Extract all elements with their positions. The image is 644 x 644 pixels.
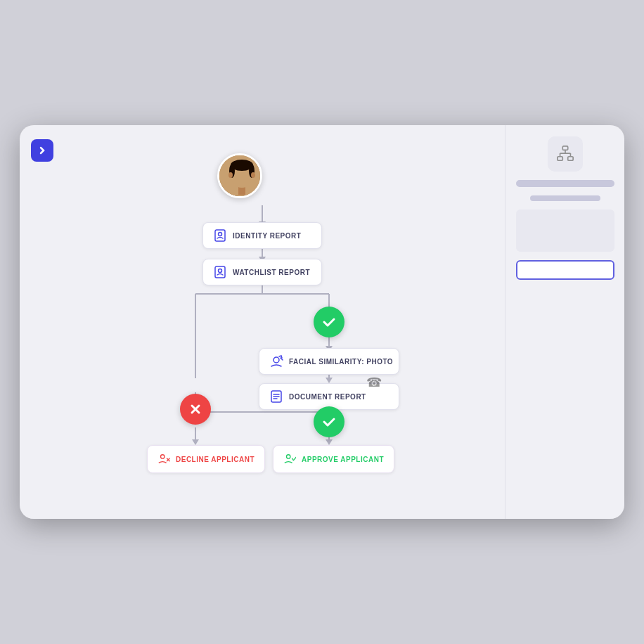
- svg-point-38: [161, 455, 165, 458]
- canvas-area: IDENTITY REPORT WATCHLIST REPORT: [20, 125, 505, 519]
- svg-point-28: [219, 233, 222, 236]
- flow-container: IDENTITY REPORT WATCHLIST REPORT: [20, 125, 505, 519]
- device-frame: IDENTITY REPORT WATCHLIST REPORT: [20, 125, 624, 519]
- svg-point-41: [287, 455, 290, 458]
- svg-point-25: [228, 172, 233, 178]
- svg-point-30: [219, 269, 222, 273]
- avatar-image: [219, 155, 260, 196]
- sidebar-input-field[interactable]: [516, 260, 614, 280]
- identity-report-label: IDENTITY REPORT: [233, 232, 301, 240]
- network-diagram-button[interactable]: [548, 136, 583, 172]
- approve-decision-2: [314, 406, 344, 437]
- facial-similarity-node[interactable]: FACIAL SIMILARITY: PHOTO: [259, 348, 399, 375]
- svg-marker-11: [326, 378, 333, 383]
- sidebar-bar-1: [516, 180, 614, 187]
- decline-applicant-node[interactable]: DECLINE APPLICANT: [147, 445, 265, 473]
- svg-point-26: [251, 172, 255, 178]
- approve-decision-1: [314, 307, 344, 337]
- sidebar-bar-2: [530, 195, 600, 201]
- decline-decision: [180, 394, 211, 425]
- flow-inner: IDENTITY REPORT WATCHLIST REPORT: [86, 146, 438, 498]
- watchlist-report-label: WATCHLIST REPORT: [233, 269, 310, 276]
- approve-applicant-node[interactable]: APPROVE APPLICANT: [273, 445, 394, 473]
- avatar: [217, 153, 262, 198]
- svg-marker-16: [192, 439, 199, 445]
- svg-rect-44: [567, 157, 572, 161]
- sidebar-toggle-button[interactable]: [31, 139, 53, 162]
- svg-marker-18: [326, 439, 333, 445]
- right-sidebar: [505, 125, 624, 519]
- svg-rect-43: [557, 157, 562, 161]
- cursor-hint: ☎: [366, 375, 382, 390]
- svg-rect-42: [562, 146, 567, 150]
- approve-applicant-label: APPROVE APPLICANT: [302, 456, 384, 463]
- facial-similarity-label: FACIAL SIMILARITY: PHOTO: [289, 358, 393, 366]
- decline-applicant-label: DECLINE APPLICANT: [176, 456, 255, 463]
- svg-point-31: [273, 357, 279, 363]
- document-report-label: DOCUMENT REPORT: [289, 393, 366, 401]
- identity-report-node[interactable]: IDENTITY REPORT: [202, 222, 322, 249]
- watchlist-report-node[interactable]: WATCHLIST REPORT: [202, 259, 322, 285]
- sidebar-placeholder-1: [516, 210, 614, 252]
